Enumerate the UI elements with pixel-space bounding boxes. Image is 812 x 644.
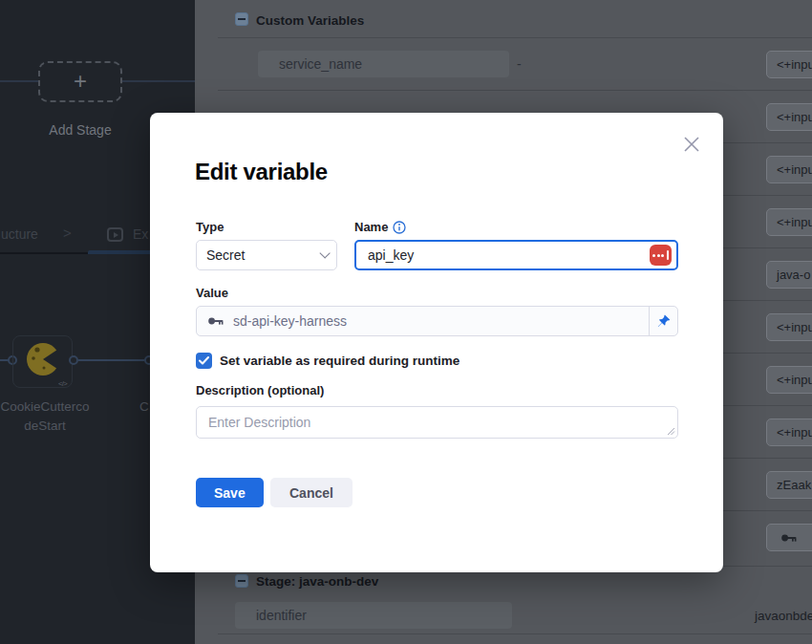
variable-secret-box[interactable] <box>766 524 812 551</box>
node-label-line1: CookieCutterco <box>0 399 97 414</box>
plus-icon: + <box>74 70 87 93</box>
cookiecutter-logo-icon <box>26 342 60 376</box>
runtime-input-icon[interactable] <box>650 245 672 266</box>
variable-value-box[interactable]: <+inpu <box>766 208 812 236</box>
add-stage-button[interactable]: + <box>38 61 122 102</box>
variable-value-box[interactable]: <+inpu <box>766 103 812 131</box>
identifier-value: javaonbde <box>755 609 812 623</box>
check-icon <box>199 356 209 365</box>
divider <box>218 90 812 91</box>
node-label-line2: deStart <box>0 419 97 433</box>
execution-tab-icon <box>107 227 123 242</box>
name-label: Name <box>354 220 388 234</box>
key-icon <box>780 530 798 546</box>
node-connector-line <box>78 359 145 361</box>
collapse-section-icon[interactable] <box>235 12 248 26</box>
variable-value-box[interactable]: <+inpu <box>766 156 812 183</box>
collapse-stage-section-icon[interactable] <box>235 574 248 588</box>
variable-value-box[interactable]: java-o <box>766 261 812 289</box>
description-textarea[interactable]: Enter Description <box>196 406 678 439</box>
custom-variables-header: Custom Variables <box>256 13 364 28</box>
neighbor-node-label-partial: C <box>139 399 149 414</box>
add-stage-label: Add Stage <box>13 122 147 138</box>
required-checkbox-label: Set variable as required during runtime <box>220 354 459 368</box>
required-checkbox[interactable] <box>196 353 212 369</box>
value-secret-field[interactable]: sd-api-key-harness <box>196 306 678 336</box>
value-label: Value <box>196 286 228 300</box>
save-button[interactable]: Save <box>196 478 264 507</box>
pin-icon <box>656 314 671 329</box>
variable-value-box[interactable]: zEaak <box>766 471 812 499</box>
cancel-button[interactable]: Cancel <box>270 478 353 507</box>
variable-type-dash: - <box>517 56 522 72</box>
code-badge-icon: </> <box>58 379 67 388</box>
close-icon[interactable] <box>681 134 702 155</box>
tab-infrastructure-partial[interactable]: ucture <box>1 226 38 242</box>
name-input-value: api_key <box>368 247 414 263</box>
description-label: Description (optional) <box>196 383 324 397</box>
name-input[interactable]: api_key <box>354 240 678 270</box>
type-select[interactable]: Secret <box>196 240 337 270</box>
chevron-down-icon <box>319 247 330 258</box>
description-placeholder: Enter Description <box>208 415 310 430</box>
variable-name-text: service_name <box>279 56 362 72</box>
variable-value-box[interactable]: <+inpu <box>766 419 812 446</box>
resize-handle-icon[interactable] <box>667 427 675 436</box>
type-select-value: Secret <box>206 247 245 263</box>
key-icon <box>207 313 224 329</box>
info-icon[interactable] <box>393 221 406 234</box>
dialog-title: Edit variable <box>195 159 328 185</box>
type-label: Type <box>196 220 224 234</box>
chevron-right-icon: > <box>63 225 72 241</box>
variable-value-box[interactable]: <+inpu <box>766 51 812 78</box>
node-port-icon <box>69 355 78 365</box>
variable-value-box[interactable]: <+inpu <box>766 366 812 394</box>
divider <box>218 633 812 634</box>
identifier-field[interactable]: identifier <box>235 602 512 629</box>
identifier-label: identifier <box>256 608 307 623</box>
pin-button[interactable] <box>649 307 677 335</box>
divider <box>218 37 812 38</box>
variable-value-box[interactable]: <+inpu <box>766 313 812 341</box>
stage-section-header: Stage: java-onb-dev <box>256 574 378 589</box>
edit-variable-dialog: Edit variable Type Name Secret api_key V… <box>150 113 723 572</box>
secret-reference-text: sd-api-key-harness <box>233 313 347 329</box>
variable-name-field[interactable]: service_name <box>258 51 509 77</box>
tab-execution-partial[interactable]: Ex <box>133 226 148 242</box>
